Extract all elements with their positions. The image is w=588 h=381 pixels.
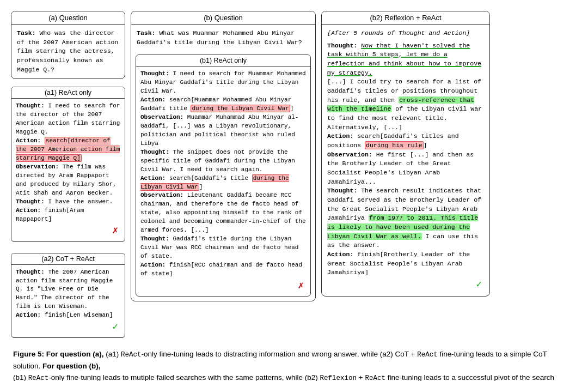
task-label-a: Task: <box>17 29 36 37</box>
obs1-label-b1: Observation: <box>140 114 183 120</box>
caption-text2: (b1) ReAct-only fine-tuning leads to mut… <box>13 373 554 381</box>
thought3-label-b1: Thought: <box>140 235 169 242</box>
obs2-label-b1: Observation: <box>140 192 183 198</box>
action1-after-b2: ] <box>424 142 427 149</box>
action-label-a2: Action: <box>16 312 41 318</box>
thought-label-a2: Thought: <box>16 269 45 275</box>
action2-label-b1: Action: <box>140 175 166 182</box>
left-column: (a) Question Task: Who was the director … <box>11 11 125 341</box>
b1-cross-mark: ✗ <box>298 280 304 291</box>
action2-before-b1: search[Gaddafi's title <box>169 175 252 182</box>
action-label-a1: Action: <box>16 137 41 144</box>
subpanel-b1: (b1) ReAct only Thought: I need to searc… <box>136 55 311 297</box>
subpanel-a1-body: Thought: I need to search for the direct… <box>11 99 125 241</box>
middle-column: (b) Question Task: What was Muammar Moha… <box>131 11 316 301</box>
panel-b-header: (b) Question <box>131 11 315 25</box>
thought2-label-b1: Thought: <box>140 149 169 155</box>
thought1-label-b2: Thought: <box>327 42 357 49</box>
subpanel-a2: (a2) CoT + ReAct Thought: The 2007 Ameri… <box>11 253 125 338</box>
subpanel-a2-header: (a2) CoT + ReAct <box>11 253 125 265</box>
panel-a-question: (a) Question Task: Who was the director … <box>11 11 125 79</box>
action1-label-b1: Action: <box>140 96 166 103</box>
b2-check-mark: ✓ <box>476 279 482 290</box>
action1-highlighted-b2: during his rule <box>365 141 424 149</box>
action2-after-b1: ] <box>199 184 203 190</box>
a2-check-mark: ✓ <box>112 322 118 332</box>
panel-b2: (b2) Reflexion + ReAct [After 5 rounds o… <box>321 11 490 297</box>
panel-a-header: (a) Question <box>11 11 125 25</box>
action2-label-a1: Action: <box>16 207 41 214</box>
subpanel-b1-body: Thought: I need to search for Muammar Mo… <box>136 66 310 296</box>
a1-cross-mark: ✗ <box>112 225 118 236</box>
panel-a-body: Task: Who was the director of the 2007 A… <box>11 25 125 78</box>
a2-mark-container: ✓ <box>16 320 120 334</box>
thought-label-a1: Thought: <box>16 102 45 109</box>
panels-row: (a) Question Task: Who was the director … <box>11 11 577 341</box>
caption-bold2: For question (b), <box>42 362 100 370</box>
subpanel-a2-body: Thought: The 2007 American action film s… <box>11 265 125 338</box>
subpanel-a1-header: (a1) ReAct only <box>11 87 125 99</box>
figure-caption: Figure 5: For question (a), (a1) ReAct-o… <box>11 349 577 381</box>
action1-after-b1: ] <box>290 105 294 112</box>
panel-b-body: Task: What was Muammar Mohammed Abu Miny… <box>131 25 315 51</box>
task-text-b: What was Muammar Mohammed Abu Minyar Gad… <box>137 29 302 46</box>
panel-b2-body: [After 5 rounds of Thought and Action] T… <box>322 25 489 296</box>
panel-b2-header: (b2) Reflexion + ReAct <box>322 11 489 25</box>
caption-figure-num: Figure 5: <box>13 350 46 358</box>
obs1-label-b2: Observation: <box>327 151 372 158</box>
action-text-a2: finish[Len Wiseman] <box>45 312 113 318</box>
panel-b-question: (b) Question Task: What was Muammar Moha… <box>131 11 316 301</box>
a1-mark-container: ✗ <box>16 223 120 238</box>
thought1-label-b1: Thought: <box>140 70 169 77</box>
action3-label-b1: Action: <box>140 262 166 268</box>
subpanel-b1-header: (b1) ReAct only <box>136 55 310 66</box>
action1-highlighted-b1: during the Libyan Civil War <box>191 105 290 112</box>
subpanel-a1: (a1) ReAct only Thought: I need to searc… <box>11 87 125 241</box>
thought2-text-a1: I have the answer. <box>48 198 113 205</box>
b1-mark-container: ✗ <box>140 279 306 293</box>
b2-intro: [After 5 rounds of Thought and Action] <box>327 29 484 38</box>
figure-container: (a) Question Task: Who was the director … <box>11 11 577 381</box>
thought2-label-b2: Thought: <box>327 187 357 194</box>
caption-bold1: For question (a), <box>46 350 104 358</box>
task-label-b: Task: <box>137 29 156 37</box>
obs-label-a1: Observation: <box>16 164 59 170</box>
action1-label-b2: Action: <box>327 132 353 140</box>
b2-mark-container: ✓ <box>327 277 484 292</box>
right-column: (b2) Reflexion + ReAct [After 5 rounds o… <box>321 11 490 297</box>
action2-label-b2: Action: <box>327 251 353 258</box>
thought2-label-a1: Thought: <box>16 198 45 205</box>
